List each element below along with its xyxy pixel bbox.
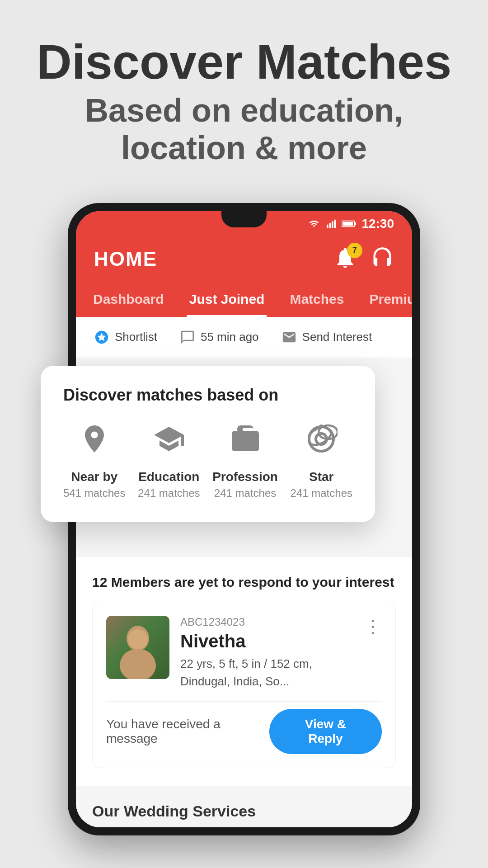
phone-container: Discover matches based on Near by 541 ma… [68,203,420,835]
send-interest-label: Send Interest [302,330,372,344]
discover-card: Discover matches based on Near by 541 ma… [41,366,375,522]
category-nearby-count: 541 matches [63,487,125,500]
send-interest-action[interactable]: Send Interest [282,330,372,345]
shortlist-label: Shortlist [115,330,157,344]
profile-info: ABC1234023 Nivetha 22 yrs, 5 ft, 5 in / … [180,616,353,690]
nav-tabs: Dashboard Just Joined Matches Premium [76,282,412,317]
status-time: 12:30 [361,217,394,231]
discover-card-title: Discover matches based on [63,386,352,405]
profile-id: ABC1234023 [180,616,353,628]
category-profession[interactable]: Profession 241 matches [212,423,278,500]
profile-age: 22 yrs, 5 ft, 5 in / 152 cm, [180,655,353,673]
notification-badge: 7 [347,243,362,258]
category-star[interactable]: Star 241 matches [291,423,352,500]
svg-rect-1 [327,225,328,228]
tab-dashboard[interactable]: Dashboard [80,282,177,317]
headline-title: Discover Matches [27,36,461,87]
status-icons: 12:30 [307,217,394,231]
tab-premium[interactable]: Premium [357,282,412,317]
send-interest-icon [282,330,297,345]
wedding-services-title: Our Wedding Services [92,802,396,820]
svg-rect-4 [334,220,336,228]
svg-rect-7 [343,222,353,226]
category-nearby-label: Near by [71,470,117,484]
star-icon [305,423,338,462]
education-icon [153,423,185,462]
chat-icon [180,330,195,345]
app-title: HOME [94,248,157,270]
profession-icon [229,423,262,462]
app-header: HOME 7 [76,236,412,282]
time-ago-label: 55 min ago [201,330,259,344]
avatar [106,616,169,679]
category-star-count: 241 matches [291,487,352,500]
category-star-label: Star [309,470,333,484]
headphone-icon [371,246,394,270]
profile-name: Nivetha [180,631,353,651]
bell-container[interactable]: 7 [333,246,357,272]
category-education-label: Education [138,470,199,484]
profile-card: ABC1234023 Nivetha 22 yrs, 5 ft, 5 in / … [92,602,396,768]
wedding-services: Our Wedding Services [76,786,412,827]
svg-point-12 [121,649,155,678]
signal-icon [325,219,337,229]
nearby-icon [78,423,111,462]
header-actions: 7 [333,246,394,272]
page-wrapper: Discover Matches Based on education, loc… [0,0,488,868]
category-profession-count: 241 matches [214,487,276,500]
svg-point-11 [128,629,148,649]
discover-categories: Near by 541 matches Education 241 matche… [63,423,352,500]
shortlist-icon [94,330,109,345]
svg-rect-6 [355,222,356,225]
profile-top: ABC1234023 Nivetha 22 yrs, 5 ft, 5 in / … [106,616,382,690]
svg-rect-2 [329,223,331,228]
profile-menu-button[interactable]: ⋮ [364,616,382,637]
category-profession-label: Profession [212,470,278,484]
notch [221,211,267,227]
battery-icon [342,219,357,229]
headline-section: Discover Matches Based on education, loc… [0,36,488,185]
quick-actions: Shortlist 55 min ago Send Interest [76,317,412,358]
view-reply-button[interactable]: View & Reply [269,709,382,754]
status-bar: 12:30 [76,211,412,236]
message-text: You have received a message [106,717,269,746]
time-ago-action: 55 min ago [180,330,259,345]
headline-subtitle: Based on education, location & more [27,92,461,167]
tab-just-joined[interactable]: Just Joined [177,282,277,317]
profile-location: Dindugal, India, So... [180,673,353,690]
headphone-button[interactable] [371,246,394,272]
members-section: 12 Members are yet to respond to your in… [76,557,412,786]
category-education-count: 241 matches [138,487,200,500]
svg-rect-3 [332,221,333,228]
wifi-icon [307,219,321,229]
message-section: You have received a message View & Reply [106,701,382,754]
members-heading: 12 Members are yet to respond to your in… [92,573,396,591]
tab-matches[interactable]: Matches [277,282,357,317]
category-education[interactable]: Education 241 matches [138,423,200,500]
shortlist-action[interactable]: Shortlist [94,330,157,345]
category-nearby[interactable]: Near by 541 matches [63,423,125,500]
